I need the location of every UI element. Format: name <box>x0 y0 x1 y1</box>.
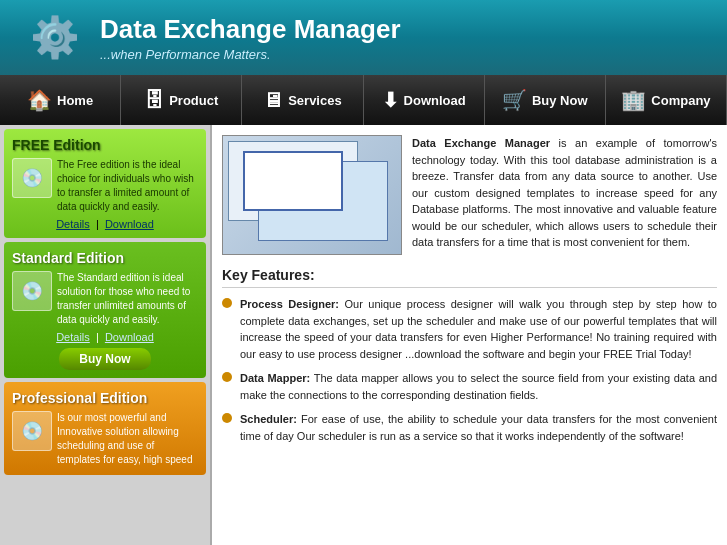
free-edition-links: Details | Download <box>12 218 198 230</box>
feature-1-label: Process Designer: <box>240 298 339 310</box>
logo-icon: ⚙️ <box>30 14 80 61</box>
screenshot-layer-3 <box>243 151 343 211</box>
nav-product-label: Product <box>169 93 218 108</box>
download-icon: ⬇ <box>382 88 399 112</box>
header: ⚙️ Data Exchange Manager ...when Perform… <box>0 0 727 75</box>
feature-data-mapper: Data Mapper: The data mapper allows you … <box>222 370 717 403</box>
feature-process-designer: Process Designer: Our unique process des… <box>222 296 717 362</box>
standard-edition-image: 💿 <box>12 271 52 311</box>
free-edition-content: 💿 The Free edition is the ideal choice f… <box>12 158 198 214</box>
professional-edition-title: Professional Edition <box>12 390 198 406</box>
standard-buy-now-button[interactable]: Buy Now <box>59 348 150 370</box>
standard-edition-title: Standard Edition <box>12 250 198 266</box>
services-icon: 🖥 <box>263 89 283 112</box>
feature-scheduler-text: Scheduler: For ease of use, the ability … <box>240 411 717 444</box>
nav-company[interactable]: 🏢 Company <box>606 75 727 125</box>
free-edition-description: The Free edition is the ideal choice for… <box>57 158 198 214</box>
standard-edition-description: The Standard edition is ideal solution f… <box>57 271 198 327</box>
free-download-link[interactable]: Download <box>105 218 154 230</box>
free-details-link[interactable]: Details <box>56 218 90 230</box>
main-nav: 🏠 Home 🗄 Product 🖥 Services ⬇ Download 🛒… <box>0 75 727 125</box>
app-subtitle: ...when Performance Matters. <box>100 47 401 62</box>
nav-services-label: Services <box>288 93 342 108</box>
standard-download-link[interactable]: Download <box>105 331 154 343</box>
feature-3-body: For ease of use, the ability to schedule… <box>240 413 717 442</box>
app-title: Data Exchange Manager <box>100 14 401 45</box>
professional-edition-panel: Professional Edition 💿 Is our most power… <box>4 382 206 475</box>
feature-2-body: The data mapper allows you to select the… <box>240 372 717 401</box>
nav-product[interactable]: 🗄 Product <box>121 75 242 125</box>
feature-bullet-2 <box>222 372 232 382</box>
professional-edition-content: 💿 Is our most powerful and Innovative so… <box>12 411 198 467</box>
product-icon: 🗄 <box>144 89 164 112</box>
home-icon: 🏠 <box>27 88 52 112</box>
product-description: Data Exchange Manager is an example of t… <box>412 135 717 255</box>
company-icon: 🏢 <box>621 88 646 112</box>
nav-buynow[interactable]: 🛒 Buy Now <box>485 75 606 125</box>
nav-services[interactable]: 🖥 Services <box>242 75 363 125</box>
product-name: Data Exchange Manager <box>412 137 550 149</box>
standard-edition-links: Details | Download <box>12 331 198 343</box>
free-edition-panel: FREE Edition 💿 The Free edition is the i… <box>4 129 206 238</box>
free-edition-title: FREE Edition <box>12 137 198 153</box>
standard-details-link[interactable]: Details <box>56 331 90 343</box>
professional-edition-image: 💿 <box>12 411 52 451</box>
nav-home-label: Home <box>57 93 93 108</box>
nav-company-label: Company <box>651 93 710 108</box>
standard-edition-panel: Standard Edition 💿 The Standard edition … <box>4 242 206 378</box>
nav-home[interactable]: 🏠 Home <box>0 75 121 125</box>
logo: ⚙️ <box>20 8 90 68</box>
nav-download[interactable]: ⬇ Download <box>364 75 485 125</box>
product-desc-text: is an example of tomorrow's technology t… <box>412 137 717 248</box>
sidebar: FREE Edition 💿 The Free edition is the i… <box>0 125 210 545</box>
feature-scheduler: Scheduler: For ease of use, the ability … <box>222 411 717 444</box>
main-content: Data Exchange Manager is an example of t… <box>210 125 727 545</box>
free-edition-image: 💿 <box>12 158 52 198</box>
standard-edition-content: 💿 The Standard edition is ideal solution… <box>12 271 198 327</box>
nav-buynow-label: Buy Now <box>532 93 588 108</box>
key-features-title: Key Features: <box>222 267 717 288</box>
feature-bullet-1 <box>222 298 232 308</box>
product-preview: Data Exchange Manager is an example of t… <box>222 135 717 255</box>
feature-data-mapper-text: Data Mapper: The data mapper allows you … <box>240 370 717 403</box>
professional-edition-description: Is our most powerful and Innovative solu… <box>57 411 198 467</box>
cart-icon: 🛒 <box>502 88 527 112</box>
main-area: FREE Edition 💿 The Free edition is the i… <box>0 125 727 545</box>
nav-download-label: Download <box>404 93 466 108</box>
feature-2-label: Data Mapper: <box>240 372 310 384</box>
header-title-block: Data Exchange Manager ...when Performanc… <box>100 14 401 62</box>
product-screenshot <box>222 135 402 255</box>
feature-bullet-3 <box>222 413 232 423</box>
feature-process-designer-text: Process Designer: Our unique process des… <box>240 296 717 362</box>
feature-3-label: Scheduler: <box>240 413 297 425</box>
